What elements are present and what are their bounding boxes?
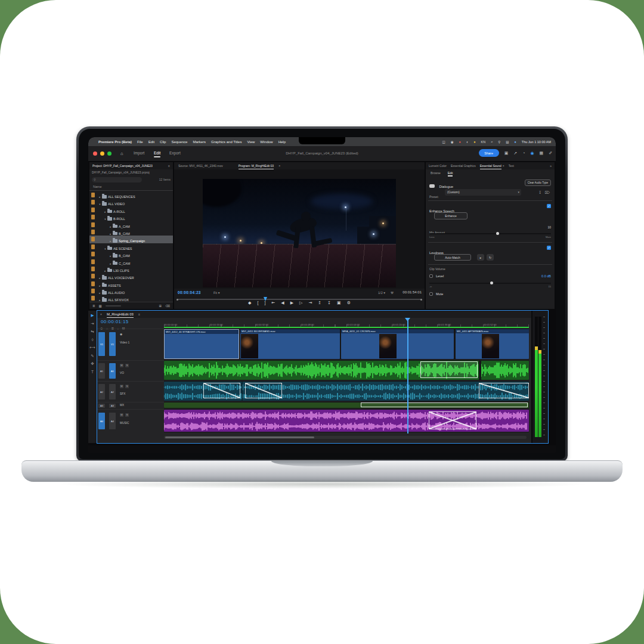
source-patch[interactable]: V1 — [98, 332, 105, 356]
audio-track-a2[interactable] — [164, 381, 529, 401]
menu-window[interactable]: Window — [260, 140, 273, 144]
notification-status-icon[interactable]: ● — [459, 140, 461, 144]
playhead-line[interactable] — [407, 318, 408, 434]
menu-sequence[interactable]: Sequence — [171, 140, 187, 144]
menu-view[interactable]: View — [247, 140, 255, 144]
loudness-play-button[interactable]: ▸ — [477, 254, 484, 261]
timeline-ruler[interactable]: 00:00:00:0000:00:16:0000:00:32:0000:00:4… — [164, 318, 529, 327]
quick-export-icon[interactable]: ↗ — [513, 151, 517, 156]
track-name[interactable]: SFX — [120, 392, 125, 395]
new-bin-icon[interactable]: ⊞ — [159, 304, 162, 308]
mix-amount-value[interactable]: 10 — [547, 225, 551, 229]
hand-tool[interactable]: ✥ — [91, 361, 94, 366]
label-color-chip[interactable] — [91, 200, 95, 205]
source-monitor-tab[interactable]: Source: MVI_4411_4K_2340.mov — [178, 164, 223, 168]
mute-track-button[interactable]: M — [120, 385, 123, 388]
display-status-icon[interactable]: ◫ — [442, 140, 445, 144]
label-color-chip[interactable] — [91, 267, 95, 271]
label-color-chip[interactable] — [91, 230, 95, 234]
track-name[interactable]: VO — [120, 371, 124, 374]
track-target[interactable]: A3 — [109, 404, 116, 408]
source-patch[interactable]: A2 — [98, 384, 105, 400]
mode-tab-edit[interactable]: Edit — [154, 151, 160, 155]
level-value[interactable]: 0.0 dB — [541, 274, 551, 278]
solo-track-button[interactable]: S — [125, 413, 129, 417]
scrollbar-thumb[interactable] — [165, 436, 314, 438]
level-checkbox[interactable] — [429, 274, 433, 278]
export-frame-button[interactable]: ▣ — [337, 301, 341, 305]
pen-tool[interactable]: ✎ — [91, 354, 94, 358]
project-breadcrumb[interactable]: DHYP_Fall_Campaign_v04_JUNE23.prproj — [92, 171, 171, 174]
audio-crossfade[interactable] — [429, 411, 476, 429]
mute-track-button[interactable]: M — [120, 364, 123, 367]
tab-essential-graphics[interactable]: Essential Graphics — [451, 164, 476, 168]
close-tab-icon[interactable]: × — [503, 164, 504, 168]
siri-status-icon[interactable]: ● — [514, 140, 516, 144]
go-to-out-button[interactable]: ⇥ — [308, 301, 312, 305]
level-slider[interactable] — [429, 283, 551, 284]
panel-menu-icon[interactable]: ≡ — [168, 164, 170, 168]
slider-knob[interactable] — [496, 232, 499, 235]
audio-track-a1[interactable] — [164, 360, 529, 380]
video-clip[interactable]: MX_4411 AFTERMAIN.mov — [456, 329, 529, 359]
track-header-a3[interactable]: A3 A3 MX — [97, 402, 164, 408]
clear-audio-type-button[interactable]: Clear Audio Type — [525, 179, 551, 186]
project-search-input[interactable]: ⚲ — [92, 177, 142, 182]
timeline-horizontal-scrollbar[interactable] — [164, 436, 527, 439]
audio-track-a4[interactable] — [164, 409, 529, 432]
lift-button[interactable]: ↥ — [318, 301, 321, 305]
track-name[interactable]: Video 1 — [120, 341, 129, 344]
menu-clip[interactable]: Clip — [160, 140, 166, 144]
mix-amount-slider[interactable] — [429, 233, 551, 234]
share-button[interactable]: Share — [479, 149, 499, 157]
monitor-settings-button[interactable]: ⚙ — [347, 301, 351, 305]
go-to-in-button[interactable]: ⇤ — [271, 301, 275, 305]
subtab-browse[interactable]: Browse — [431, 171, 441, 175]
mark-in-button[interactable]: [ — [257, 301, 258, 305]
label-color-chip[interactable] — [91, 215, 95, 219]
auto-match-button[interactable]: Auto-Match — [434, 254, 471, 261]
mark-out-button[interactable]: ] — [264, 301, 265, 305]
label-color-chip[interactable] — [91, 259, 95, 264]
bin-row[interactable]: ▾ALL VIDEO — [89, 199, 173, 206]
subtab-edit[interactable]: Edit — [448, 171, 453, 175]
tab-lumetri-color[interactable]: Lumetri Color — [429, 164, 447, 168]
track-target[interactable]: A1 — [109, 363, 116, 379]
stage-manager-status-icon[interactable]: ● — [473, 140, 475, 144]
delete-preset-icon[interactable]: ⌦ — [545, 190, 550, 194]
source-patch[interactable]: A1 — [98, 363, 105, 379]
menu-markers[interactable]: Markers — [193, 140, 206, 144]
mute-track-button[interactable]: M — [120, 413, 123, 417]
close-tab-icon[interactable]: × — [100, 312, 102, 316]
thumbnail-zoom-slider[interactable] — [106, 305, 121, 306]
track-header-a2[interactable]: A2 A2 M S SFX — [97, 381, 164, 401]
menu-file[interactable]: File — [137, 140, 143, 144]
bin-row[interactable]: ▸ASSETS — [89, 280, 173, 287]
frame-io-icon[interactable]: ▣ — [504, 151, 509, 156]
label-color-chip[interactable] — [91, 193, 95, 197]
wifi-status-icon[interactable]: ≈ — [491, 140, 493, 144]
type-tool[interactable]: T — [91, 370, 94, 374]
mode-tab-export[interactable]: Export — [169, 151, 181, 155]
clip-selection-outline[interactable] — [361, 402, 528, 407]
edit-tools-icon[interactable]: ✐ — [549, 151, 552, 156]
video-clip[interactable]: MVI_4411 SILVERSAND.mov — [240, 329, 340, 359]
panel-menu-icon[interactable]: ≡ — [138, 312, 140, 316]
zoom-level-select[interactable]: Fit ▾ — [213, 291, 219, 295]
razor-tool[interactable]: ◊ — [91, 338, 93, 342]
extract-button[interactable]: ↧ — [327, 301, 331, 305]
track-target[interactable]: V1 — [109, 332, 116, 356]
close-window-button[interactable] — [93, 151, 97, 156]
bin-row[interactable]: ▸B_CAM — [89, 250, 173, 258]
close-tab-icon[interactable]: × — [278, 164, 280, 168]
solo-track-button[interactable]: S — [125, 364, 129, 367]
bin-row[interactable]: ▾B-ROLL — [89, 213, 173, 221]
moon-status-icon[interactable]: ◐ — [466, 140, 468, 144]
label-color-chip[interactable] — [91, 237, 95, 242]
monitor-settings-icon[interactable]: ⚒ — [391, 291, 394, 295]
ripple-edit-tool[interactable]: ⇆ — [91, 329, 94, 334]
bin-row[interactable]: ▸ALL SEQUENCES — [89, 191, 173, 199]
workspaces-icon[interactable]: ▦ — [540, 151, 544, 156]
audio-track-a3[interactable] — [164, 402, 529, 408]
bin-row[interactable]: ▸ALL SFX/VOX — [89, 295, 173, 302]
